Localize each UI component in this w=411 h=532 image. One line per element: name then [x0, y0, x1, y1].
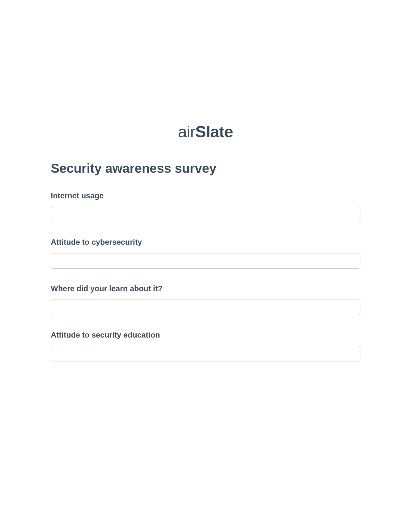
- logo-container: airSlate: [0, 123, 411, 141]
- page: airSlate Security awareness survey Inter…: [0, 0, 411, 361]
- input-internet-usage[interactable]: [51, 207, 360, 222]
- field-attitude-cybersecurity: Attitude to cybersecurity: [51, 238, 360, 269]
- label-where-learn: Where did your learn about it?: [51, 284, 360, 293]
- field-where-learn: Where did your learn about it?: [51, 284, 360, 315]
- survey-form: Security awareness survey Internet usage…: [51, 161, 360, 361]
- field-internet-usage: Internet usage: [51, 191, 360, 222]
- label-attitude-cybersecurity: Attitude to cybersecurity: [51, 238, 360, 247]
- input-attitude-cybersecurity[interactable]: [51, 253, 360, 269]
- form-title: Security awareness survey: [51, 161, 360, 176]
- airslate-logo: airSlate: [178, 123, 233, 141]
- field-security-education: Attitude to security education: [51, 330, 360, 361]
- label-security-education: Attitude to security education: [51, 330, 360, 340]
- input-security-education[interactable]: [51, 346, 360, 361]
- input-where-learn[interactable]: [51, 300, 360, 315]
- label-internet-usage: Internet usage: [51, 191, 360, 200]
- logo-part-air: air: [178, 123, 195, 141]
- logo-part-slate: Slate: [195, 123, 233, 141]
